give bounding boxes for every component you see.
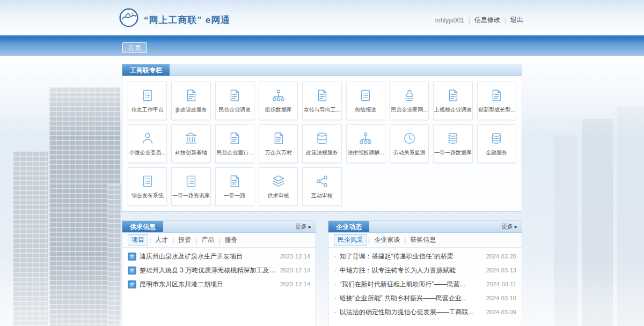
special-item[interactable]: 组织数据库 [259,82,298,120]
news-item-title: 中瑞方胜：以专注铸专长为人力资源赋能 [340,266,483,275]
supply-tab[interactable]: 投资 [175,235,194,245]
special-item-label: 参政议政服务 [175,106,207,114]
document-icon [489,88,504,103]
special-item[interactable]: 一带一路数据库 [433,124,472,163]
supply-tab[interactable]: 项目 [128,234,148,246]
supply-panel: 供求信息 更多 ▸ 项目|人才|投资|产品|服务 求迪庆州山泉水及矿泉水生产开发… [122,221,316,326]
special-item-label: 宣传与导向工... [304,106,340,114]
special-item[interactable]: 法律维权调解... [346,124,385,163]
special-item[interactable]: 政策法规服务 [302,124,341,163]
news-tab[interactable]: 民企风采 [334,234,367,246]
supply-item[interactable]: 求楚雄州大姚县 3 万吨优质薄壳核桃精深加工及科...2023-12-14 [122,263,316,277]
news-item-title: “我们在新时代新征程上凯歌而行”——民营... [340,280,484,289]
supply-tab[interactable]: 人才 [152,235,171,245]
supply-item-title: 楚雄州大姚县 3 万吨优质薄壳核桃精深加工及科... [140,266,277,275]
clock-icon [402,131,417,146]
nav-home[interactable]: 首页 [122,42,147,53]
news-item-date: 2024-03-13 [486,267,516,273]
special-item[interactable]: 民营企业履行... [215,124,254,163]
special-item[interactable]: 科技创新基地 [171,124,210,163]
demand-badge: 求 [128,266,136,275]
special-panel-title: 工商联专栏 [122,64,170,76]
stamp-icon [402,88,417,103]
special-item-label: 一带一路 [224,192,245,199]
document-icon [227,174,242,189]
document-icon [184,88,199,103]
username: mhlyjx001 [435,17,464,24]
supply-item-title: 迪庆州山泉水及矿泉水生产开发项目 [140,252,277,261]
news-tab[interactable]: 企业家谈 [371,235,403,245]
building-decoration [582,119,613,326]
special-item[interactable]: 舆情报送 [346,82,385,120]
logout-link[interactable]: 退出 [510,16,523,25]
news-item-title: 链接“企业所能” 共助乡村振兴——民营企业... [340,294,483,303]
main-nav: 首页 [0,35,644,56]
news-item[interactable]: ·中瑞方胜：以专注铸专长为人力资源赋能2024-03-13 [328,263,522,277]
person-icon [140,131,155,146]
special-item[interactable]: 创新型成长型... [477,82,516,120]
news-item[interactable]: ·知了背调：搭建起“传递职业信任”的桥梁2024-03-20 [328,249,522,263]
special-item-label: 小微企业委员... [129,149,165,157]
special-item[interactable]: 金融服务 [477,124,516,163]
special-item-label: 法律维权调解... [347,149,384,157]
document-icon [445,88,460,103]
header: “网上工商联” e网通 mhlyjx001 | 信息修改 | 退出 [0,0,644,35]
special-item[interactable]: 劳动关系监测 [390,124,429,163]
org-chart-icon [271,88,286,103]
bullet-icon: · [334,294,336,302]
more-label: 更多 [295,223,307,231]
site-title: “网上工商联” e网通 [144,14,230,26]
special-item[interactable]: 综合发布系统 [128,167,167,206]
special-item[interactable]: 万企兴万村 [259,124,298,163]
news-item[interactable]: ·链接“企业所能” 共助乡村振兴——民营企业...2024-03-10 [328,291,522,305]
special-item[interactable]: 上规模企业调查 [433,82,472,120]
news-item[interactable]: ·以法治的确定性助力提信心促发展——工商联...2024-03-09 [328,305,522,319]
news-tab[interactable]: 获奖信息 [407,235,439,245]
news-item[interactable]: ·“我们在新时代新征程上凯歌而行”——民营...2024-03-11 [328,277,522,291]
news-item-date: 2024-03-20 [486,253,516,260]
special-item[interactable]: 一带一路资讯库 [171,167,210,206]
special-item-label: 一带一路数据库 [434,149,472,157]
special-item[interactable]: 供求审核 [259,167,298,206]
special-item[interactable]: 宣传与导向工... [302,82,341,120]
special-item[interactable]: 一带一路 [215,167,254,206]
supply-item[interactable]: 求迪庆州山泉水及矿泉水生产开发项目2023-12-14 [122,249,316,263]
bullet-icon: · [334,308,336,316]
bullet-icon: · [334,280,336,288]
news-more-link[interactable]: 更多 ▸ [501,221,522,232]
coins-icon [445,131,460,146]
supply-tab[interactable]: 产品 [198,235,217,245]
database-icon [314,131,330,146]
supply-tab[interactable]: 服务 [222,235,241,245]
special-item-label: 综合发布系统 [131,192,164,199]
tab-separator: | [404,236,406,244]
supply-item[interactable]: 求昆明市东川区东川港二期项目2023-12-14 [122,277,316,291]
special-item[interactable]: 信息工作平台 [128,82,167,120]
special-item-label: 民营企业家网... [391,106,427,114]
special-item[interactable]: 小微企业委员... [128,124,167,163]
more-arrow-icon: ▸ [309,224,311,229]
supply-more-link[interactable]: 更多 ▸ [295,221,316,232]
special-item[interactable]: 民营企业家网... [390,82,429,120]
supply-list: 求迪庆州山泉水及矿泉水生产开发项目2023-12-14求楚雄州大姚县 3 万吨优… [122,248,316,293]
special-item[interactable]: 参政议政服务 [171,82,210,120]
building-decoration [13,151,48,326]
document-icon [227,88,242,103]
special-item-label: 舆情报送 [355,106,376,114]
supply-panel-title: 供求信息 [122,221,163,232]
content: 工商联专栏 信息工作平台参政议政服务民营企业调查组织数据库宣传与导向工...舆情… [0,56,644,326]
supply-item-date: 2023-12-14 [280,253,310,260]
news-tabs: 民企风采|企业家谈|获奖信息 [328,233,522,248]
bullet-icon: · [334,253,336,260]
special-item[interactable]: 互动审核 [302,167,341,206]
news-list: ·知了背调：搭建起“传递职业信任”的桥梁2024-03-20·中瑞方胜：以专注铸… [328,248,522,321]
building-decoration [107,184,121,326]
special-item[interactable]: 民营企业调查 [215,82,254,120]
separator: | [504,17,506,24]
more-arrow-icon: ▸ [515,224,517,229]
special-item-label: 创新型成长型... [478,106,515,114]
modify-info-link[interactable]: 信息修改 [474,16,500,25]
tab-separator: | [218,236,220,244]
clipboard-list-icon [358,88,373,103]
supply-item-date: 2023-12-14 [280,267,310,273]
